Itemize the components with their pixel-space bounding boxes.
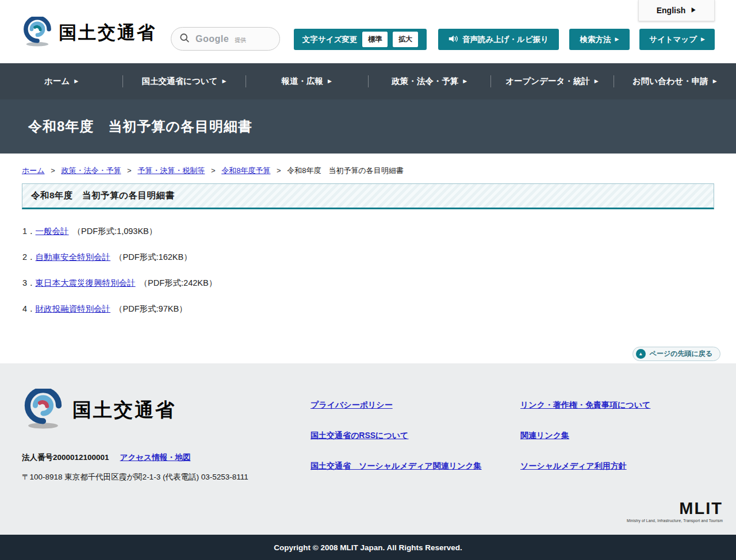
arrow-right-icon: ▶ xyxy=(222,79,226,84)
nav-item-policy[interactable]: 政策・法令・予算 ▶ xyxy=(368,63,490,99)
pdf-meta: （PDF形式:97KB） xyxy=(114,304,187,313)
nav-item-opendata[interactable]: オープンデータ・統計 ▶ xyxy=(490,63,613,99)
footer-link-social-media-policy[interactable]: ソーシャルメディア利用方針 xyxy=(520,461,650,471)
arrow-right-icon: ▶ xyxy=(615,37,619,42)
arrow-right-icon: ▶ xyxy=(701,37,705,42)
footer-site-name: 国土交通省 xyxy=(72,397,176,423)
footer-link-privacy-policy[interactable]: プライバシーポリシー xyxy=(310,400,482,411)
list-item: 1．一般会計（PDF形式:1,093KB） xyxy=(22,226,736,237)
pdf-meta: （PDF形式:1,093KB） xyxy=(73,227,158,236)
nav-label: お問い合わせ・申請 xyxy=(632,76,708,87)
mlit-logo-icon xyxy=(22,17,53,49)
header: English ▶ 国土交通省 Google 提 xyxy=(0,0,736,63)
footer-address: 〒100-8918 東京都千代田区霞が関2-1-3 (代表電話) 03-5253… xyxy=(22,472,248,482)
arrow-right-icon: ▶ xyxy=(595,79,599,84)
text-size-label: 文字サイズ変更 xyxy=(302,34,357,45)
pdf-meta: （PDF形式:242KB） xyxy=(140,278,217,287)
list-item: 2．自動車安全特別会計（PDF形式:162KB） xyxy=(22,252,736,263)
page-title: 令和8年度 当初予算の各目明細書 xyxy=(28,117,252,136)
footer-link-rss[interactable]: 国土交通省のRSSについて xyxy=(310,431,482,441)
footer-link-related-links[interactable]: 関連リンク集 xyxy=(520,431,650,441)
sitemap-label: サイトマップ xyxy=(649,34,697,45)
nav-item-home[interactable]: ホーム ▶ xyxy=(0,63,122,99)
audio-reading-button[interactable]: 音声読み上げ・ルビ振り xyxy=(438,29,559,50)
mlit-wordmark: MLIT Ministry of Land, Infrastructure, T… xyxy=(627,500,723,523)
breadcrumb-link-budget[interactable]: 予算・決算・税制等 xyxy=(137,166,205,175)
pdf-link-general-account[interactable]: 一般会計 xyxy=(36,227,69,236)
search-method-label: 検索方法 xyxy=(580,34,611,45)
nav-label: 政策・法令・予算 xyxy=(392,76,458,87)
footer-links-column-2: リンク・著作権・免責事項について 関連リンク集 ソーシャルメディア利用方針 xyxy=(520,400,650,492)
nav-label: 国土交通省について xyxy=(142,76,218,87)
breadcrumb-link-home[interactable]: ホーム xyxy=(22,166,45,175)
sitemap-button[interactable]: サイトマップ ▶ xyxy=(639,29,715,50)
breadcrumb-separator: > xyxy=(127,166,132,175)
arrow-right-icon: ▶ xyxy=(74,79,78,84)
search-provider-note: 提供 xyxy=(235,34,246,44)
list-item: 4．財政投融資特別会計（PDF形式:97KB） xyxy=(22,304,736,314)
page: English ▶ 国土交通省 Google 提 xyxy=(0,0,736,560)
nav-item-press[interactable]: 報道・広報 ▶ xyxy=(246,63,368,99)
arrow-right-icon: ▶ xyxy=(691,7,696,13)
arrow-up-icon: ▲ xyxy=(636,349,646,359)
back-to-top-button[interactable]: ▲ ページの先頭に戻る xyxy=(632,347,720,361)
content-box-header: 令和8年度 当初予算の各目明細書 xyxy=(22,183,714,209)
text-size-standard-button[interactable]: 標準 xyxy=(362,32,388,47)
nav-label: オープンデータ・統計 xyxy=(505,76,590,87)
footer-corporate-row: 法人番号2000012100001 アクセス情報・地図 xyxy=(22,452,190,463)
site-name: 国土交通省 xyxy=(59,21,156,45)
search-box[interactable]: Google 提供 xyxy=(171,27,280,51)
search-method-button[interactable]: 検索方法 ▶ xyxy=(569,29,630,50)
nav-label: ホーム xyxy=(44,76,70,87)
footer: 国土交通省 法人番号2000012100001 アクセス情報・地図 〒100-8… xyxy=(0,363,736,535)
mlit-wordmark-text: MLIT xyxy=(627,500,723,517)
site-logo-link[interactable]: 国土交通省 xyxy=(22,17,156,49)
copyright-text: Copyright © 2008 MLIT Japan. All Rights … xyxy=(274,543,462,552)
text-size-control: 文字サイズ変更 標準 拡大 xyxy=(294,29,427,50)
footer-link-social-media-links[interactable]: 国土交通省 ソーシャルメディア関連リンク集 xyxy=(310,461,482,471)
nav-item-contact[interactable]: お問い合わせ・申請 ▶ xyxy=(614,63,736,99)
back-to-top-label: ページの先頭に戻る xyxy=(650,349,712,359)
item-number: 1． xyxy=(22,227,36,236)
pdf-link-earthquake-reconstruction[interactable]: 東日本大震災復興特別会計 xyxy=(36,278,136,287)
nav-item-about[interactable]: 国土交通省について ▶ xyxy=(122,63,245,99)
search-provider: Google xyxy=(195,34,229,44)
pdf-list: 1．一般会計（PDF形式:1,093KB） 2．自動車安全特別会計（PDF形式:… xyxy=(22,226,736,314)
footer-links-column-1: プライバシーポリシー 国土交通省のRSSについて 国土交通省 ソーシャルメディア… xyxy=(310,400,482,492)
search-icon xyxy=(179,33,190,45)
arrow-up-glyph: ▲ xyxy=(638,352,643,356)
copyright-bar: Copyright © 2008 MLIT Japan. All Rights … xyxy=(0,535,736,560)
mlit-logo-icon xyxy=(22,389,64,431)
speaker-icon xyxy=(448,34,458,45)
footer-link-access-map[interactable]: アクセス情報・地図 xyxy=(120,452,191,463)
main-content: ホーム > 政策・法令・予算 > 予算・決算・税制等 > 令和8年度予算 > 令… xyxy=(0,154,736,363)
breadcrumb-separator: > xyxy=(277,166,281,175)
breadcrumb: ホーム > 政策・法令・予算 > 予算・決算・税制等 > 令和8年度予算 > 令… xyxy=(0,154,736,176)
mlit-wordmark-caption: Ministry of Land, Infrastructure, Transp… xyxy=(627,519,723,523)
breadcrumb-current: 令和8年度 当初予算の各目明細書 xyxy=(287,166,404,175)
pdf-link-automobile-safety[interactable]: 自動車安全特別会計 xyxy=(36,252,111,262)
breadcrumb-link-policy[interactable]: 政策・法令・予算 xyxy=(61,166,121,175)
arrow-right-icon: ▶ xyxy=(463,79,467,84)
content-box-title: 令和8年度 当初予算の各目明細書 xyxy=(31,190,705,202)
english-button[interactable]: English ▶ xyxy=(638,0,715,21)
english-label: English xyxy=(657,6,686,15)
item-number: 3． xyxy=(22,278,36,287)
breadcrumb-link-reiwa8-budget[interactable]: 令和8年度予算 xyxy=(221,166,270,175)
page-title-band: 令和8年度 当初予算の各目明細書 xyxy=(0,99,736,154)
arrow-right-icon: ▶ xyxy=(328,79,332,84)
corporate-number: 法人番号2000012100001 xyxy=(22,452,109,463)
item-number: 4． xyxy=(22,304,36,313)
nav-label: 報道・広報 xyxy=(282,76,324,87)
pdf-meta: （PDF形式:162KB） xyxy=(114,252,192,262)
text-size-enlarge-button[interactable]: 拡大 xyxy=(393,32,418,47)
main-nav: ホーム ▶ 国土交通省について ▶ 報道・広報 ▶ 政策・法令・予算 ▶ オープ… xyxy=(0,63,736,99)
item-number: 2． xyxy=(22,252,36,262)
pdf-link-filp-account[interactable]: 財政投融資特別会計 xyxy=(36,304,111,313)
audio-label: 音声読み上げ・ルビ振り xyxy=(462,34,549,45)
breadcrumb-separator: > xyxy=(211,166,216,175)
footer-brand: 国土交通省 xyxy=(22,389,176,431)
footer-link-copyright-disclaimer[interactable]: リンク・著作権・免責事項について xyxy=(520,400,650,411)
arrow-right-icon: ▶ xyxy=(713,79,717,84)
list-item: 3．東日本大震災復興特別会計（PDF形式:242KB） xyxy=(22,278,736,289)
